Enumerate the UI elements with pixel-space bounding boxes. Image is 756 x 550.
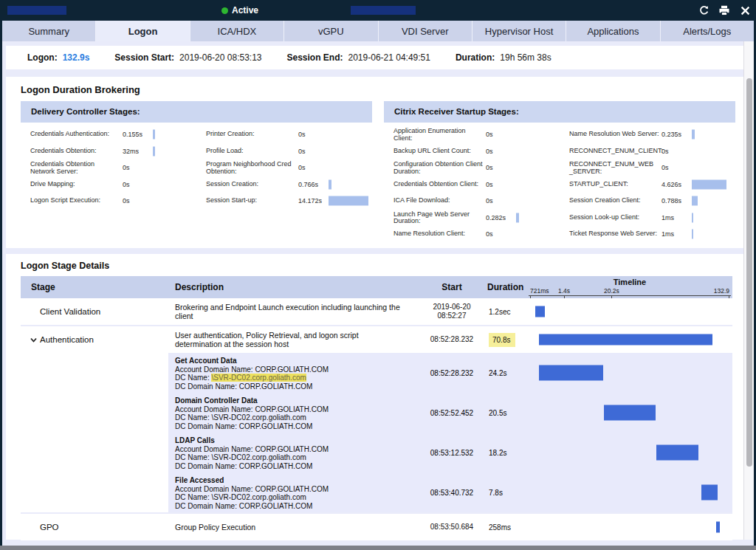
panel-row: Name Resolution Client:0sTicket Response… bbox=[384, 226, 735, 243]
metric-label: Session Look-up Client: bbox=[569, 214, 659, 221]
metric-name-resolution-web-server: Name Resolution Web Server:0.235s bbox=[560, 126, 735, 143]
substage-duration: 24.2s bbox=[484, 369, 527, 377]
metric-label: Logon Script Execution: bbox=[30, 198, 120, 205]
panel-body: Application Enumeration Client:0sName Re… bbox=[384, 123, 735, 243]
tab-ica-hdx[interactable]: ICA/HDX bbox=[190, 21, 284, 41]
stage-name: Client Validation bbox=[40, 307, 100, 316]
metric-label: Credentials Obtention Network Server: bbox=[30, 161, 120, 175]
vertical-scrollbar[interactable] bbox=[743, 41, 754, 540]
stage-name: Authentication bbox=[40, 335, 94, 344]
substage-detail-label: Account Domain Name: bbox=[175, 365, 255, 374]
stage-timeline-bar bbox=[535, 306, 545, 317]
metric-reconnect-enum-client: RECONNECT_ENUM_CLIENT:0s bbox=[560, 143, 735, 160]
substage-title: Domain Controller Data bbox=[175, 396, 419, 405]
info-label: Duration: bbox=[456, 52, 495, 63]
metric-value: 0.235s bbox=[662, 131, 681, 138]
panels: Delivery Controller Stages:Credentials A… bbox=[21, 101, 735, 243]
metric-label: Name Resolution Web Server: bbox=[569, 131, 659, 139]
substage-timeline-bar bbox=[539, 365, 603, 381]
substage-start-time: 08:53:12.532 bbox=[419, 449, 484, 457]
metric-value: 0s bbox=[486, 230, 493, 238]
metric-credentials-obtention-network-server: Credentials Obtention Network Server:0s bbox=[21, 159, 196, 176]
info-label: Session Start: bbox=[114, 52, 174, 63]
status-active-dot bbox=[221, 7, 228, 14]
substage-timeline-cell bbox=[527, 433, 732, 472]
refresh-icon[interactable] bbox=[697, 4, 710, 17]
column-header-start: Start bbox=[419, 276, 484, 298]
metric-label: Credentials Authentication: bbox=[30, 131, 120, 139]
metric-logon-script-execution: Logon Script Execution:0s bbox=[21, 193, 196, 210]
stage-details-table: Stage Description Start Duration Timelin… bbox=[21, 276, 732, 540]
substage-detail-label: DC Name: bbox=[175, 493, 211, 501]
metric-value: 0.282s bbox=[486, 214, 506, 221]
tab-summary[interactable]: Summary bbox=[2, 21, 96, 41]
substage-duration: 7.8s bbox=[484, 489, 527, 497]
metric-label: RECONNECT_ENUM_CLIENT: bbox=[569, 148, 659, 155]
panel-row: Logon Script Execution:0sSession Start-u… bbox=[21, 193, 372, 210]
metric-duration-bar bbox=[329, 179, 331, 189]
panel-body: Credentials Authentication:0.155sPrinter… bbox=[21, 123, 372, 210]
metric-session-creation: Session Creation:0.766s bbox=[196, 176, 372, 193]
stage-duration: 70.8s bbox=[484, 333, 527, 347]
timeline-axis: 721ms1.4s20.2s132.9 bbox=[529, 286, 731, 296]
metric-program-neighborhood-cred-obtention: Program Neighborhood Cred Obtention:0s bbox=[196, 159, 372, 176]
redacted-user-name bbox=[7, 6, 66, 15]
substage-detail-label: DC Domain Name: bbox=[175, 502, 239, 510]
tab-vgpu[interactable]: vGPU bbox=[284, 21, 378, 41]
metric-duration-bar bbox=[692, 130, 695, 140]
substage-title: Get Account Data bbox=[175, 357, 419, 365]
substage-detail-value: CORP.GOLIATH.COM bbox=[239, 462, 313, 470]
metric-value: 14.172s bbox=[298, 197, 322, 204]
substage-stage-cell bbox=[21, 472, 168, 512]
metric-label: Ticket Response Web Server: bbox=[569, 231, 659, 238]
stage-row-authentication[interactable]: AuthenticationUser authentication, Polic… bbox=[21, 325, 732, 353]
panel-row: Credentials Obtention Network Server:0sP… bbox=[21, 159, 372, 176]
metric-printer-creation: Printer Creation:0s bbox=[196, 126, 372, 143]
tab-alerts-logs[interactable]: Alerts/Logs bbox=[661, 21, 754, 41]
print-icon[interactable] bbox=[718, 4, 731, 17]
metric-value: 1ms bbox=[662, 230, 674, 238]
metric-session-creation-client: Session Creation Client:0.788s bbox=[560, 193, 735, 210]
metric-ica-file-download: ICA File Download:0s bbox=[384, 193, 560, 210]
substage-description: File AccessedAccount Domain Name: CORP.G… bbox=[168, 472, 419, 512]
table-header-row: Stage Description Start Duration Timelin… bbox=[21, 276, 732, 298]
scrollbar-thumb[interactable] bbox=[746, 78, 752, 467]
substage-title: File Accessed bbox=[175, 476, 419, 485]
substage-detail-line: DC Name: \SVR-DC02.corp.goliath.com bbox=[175, 413, 419, 422]
metric-label: Name Resolution Client: bbox=[394, 231, 484, 238]
close-icon[interactable] bbox=[738, 4, 752, 17]
tab-hypervisor-host[interactable]: Hypervisor Host bbox=[472, 21, 566, 41]
info-field-logon: Logon:132.9s bbox=[27, 52, 89, 63]
metric-label: Session Creation: bbox=[206, 181, 296, 188]
window-border-bottom bbox=[0, 546, 756, 550]
stage-timeline-bar bbox=[716, 522, 720, 533]
chevron-down-icon[interactable] bbox=[30, 336, 38, 344]
metric-value: 0s bbox=[123, 181, 130, 188]
tab-vdi-server[interactable]: VDI Server bbox=[379, 21, 472, 41]
panel-row: Application Enumeration Client:0sName Re… bbox=[384, 126, 735, 143]
substage-start-time: 08:53:40.732 bbox=[419, 489, 484, 497]
title-bar: Active bbox=[0, 0, 756, 21]
column-header-duration: Duration bbox=[484, 276, 527, 298]
substage-row-domain-controller-data: Domain Controller DataAccount Domain Nam… bbox=[21, 393, 732, 433]
tab-logon[interactable]: Logon bbox=[96, 21, 190, 41]
metric-value: 0s bbox=[486, 197, 493, 204]
metric-reconnect-enum-web-server: RECONNECT_ENUM_WEB _SERVER:0s bbox=[560, 159, 735, 176]
metric-label: Application Enumeration Client: bbox=[394, 128, 484, 142]
substage-detail-value: CORP.GOLIATH.COM bbox=[255, 485, 329, 493]
panel-row: Credentials Obtention Client:0sSTARTUP_C… bbox=[384, 176, 735, 193]
metric-session-look-up-client: Session Look-up Client:1ms bbox=[560, 210, 735, 227]
substage-detail-label: DC Name: bbox=[175, 453, 211, 461]
timeline-tick-label: 132.9 bbox=[714, 287, 729, 295]
info-bar: Logon:132.9sSession Start:2019-06-20 08:… bbox=[6, 46, 743, 69]
metric-value: 0.766s bbox=[298, 181, 318, 188]
metric-value: 0.155s bbox=[123, 131, 142, 138]
substage-detail-value: CORP.GOLIATH.COM bbox=[239, 422, 313, 430]
tab-applications[interactable]: Applications bbox=[566, 21, 660, 41]
logon-stage-details-section: Logon Stage Details Stage Description St… bbox=[6, 254, 743, 540]
title-bar-actions bbox=[697, 0, 752, 21]
metric-session-start-up: Session Start-up:14.172s bbox=[196, 193, 372, 210]
stage-name: GPO bbox=[40, 523, 59, 532]
stage-description: User authentication, Policy Retrieval, a… bbox=[168, 328, 419, 352]
panel-citrix-receiver-startup-stages: Citrix Receiver Startup Stages:Applicati… bbox=[384, 101, 735, 243]
